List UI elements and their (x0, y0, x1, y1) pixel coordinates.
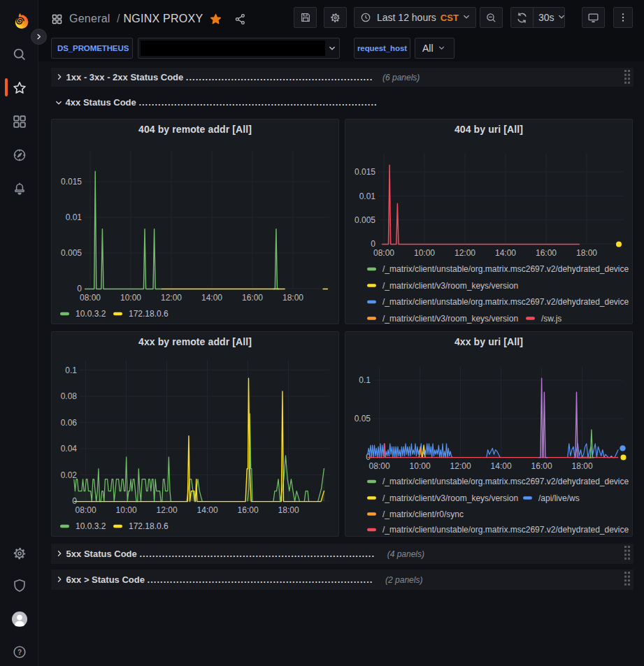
svg-text:08:00: 08:00 (373, 248, 394, 258)
svg-text:16:00: 16:00 (242, 293, 263, 303)
svg-text:12:00: 12:00 (450, 461, 471, 471)
svg-text:16:00: 16:00 (536, 248, 557, 258)
svg-text:/_matrix/client/unstable/org.m: /_matrix/client/unstable/org.matrix.msc2… (382, 477, 629, 486)
svg-text:/_matrix/client/v3/room_keys/v: /_matrix/client/v3/room_keys/version (382, 493, 518, 503)
svg-text:/sw.js: /sw.js (541, 314, 561, 324)
svg-text:/_matrix/client/unstable/org.m: /_matrix/client/unstable/org.matrix.msc2… (382, 297, 629, 307)
svg-text:08:00: 08:00 (369, 461, 390, 471)
svg-text:0.08: 0.08 (61, 391, 78, 401)
svg-text:0.015: 0.015 (355, 167, 375, 177)
svg-text:14:00: 14:00 (201, 293, 222, 303)
svg-text:?: ? (17, 649, 22, 656)
svg-text:0.01: 0.01 (359, 191, 376, 201)
svg-text:0.06: 0.06 (61, 418, 78, 428)
svg-text:18:00: 18:00 (576, 248, 597, 258)
svg-text:18:00: 18:00 (282, 293, 303, 303)
svg-text:08:00: 08:00 (76, 505, 96, 515)
svg-text:18:00: 18:00 (572, 461, 593, 471)
svg-text:10:00: 10:00 (414, 248, 435, 258)
svg-text:0.1: 0.1 (65, 365, 77, 375)
svg-text:0.01: 0.01 (66, 212, 83, 222)
svg-text:10.0.3.2: 10.0.3.2 (76, 309, 106, 319)
svg-text:/api/live/ws: /api/live/ws (538, 493, 580, 503)
svg-text:0.005: 0.005 (61, 248, 82, 258)
svg-text:0.015: 0.015 (61, 177, 82, 187)
svg-text:10:00: 10:00 (120, 293, 141, 303)
svg-text:18:00: 18:00 (278, 505, 299, 515)
svg-text:10:00: 10:00 (116, 505, 137, 515)
svg-text:16:00: 16:00 (531, 461, 552, 471)
svg-text:/_matrix/client/v3/room_keys/v: /_matrix/client/v3/room_keys/version (382, 314, 518, 324)
svg-text:14:00: 14:00 (495, 248, 516, 258)
svg-text:/_matrix/client/unstable/org.m: /_matrix/client/unstable/org.matrix.msc2… (382, 525, 629, 535)
svg-text:10.0.3.2: 10.0.3.2 (76, 521, 106, 531)
svg-text:14:00: 14:00 (197, 505, 218, 515)
svg-text:0.05: 0.05 (355, 414, 371, 424)
svg-text:172.18.0.6: 172.18.0.6 (129, 521, 169, 531)
svg-text:0.005: 0.005 (355, 215, 375, 225)
svg-text:172.18.0.6: 172.18.0.6 (129, 309, 169, 319)
svg-text:16:00: 16:00 (238, 505, 259, 515)
svg-text:/_matrix/client/v3/room_keys/v: /_matrix/client/v3/room_keys/version (382, 281, 518, 291)
svg-text:14:00: 14:00 (491, 461, 512, 471)
svg-text:0.04: 0.04 (61, 444, 78, 454)
svg-text:0.1: 0.1 (359, 375, 371, 385)
svg-text:10:00: 10:00 (410, 461, 431, 471)
svg-text:/_matrix/client/r0/sync: /_matrix/client/r0/sync (382, 509, 464, 519)
svg-text:12:00: 12:00 (161, 293, 182, 303)
svg-text:08:00: 08:00 (80, 293, 101, 303)
svg-text:/_matrix/client/unstable/org.m: /_matrix/client/unstable/org.matrix.msc2… (382, 264, 629, 274)
svg-text:12:00: 12:00 (455, 248, 475, 258)
svg-text:12:00: 12:00 (157, 505, 178, 515)
svg-text:0.02: 0.02 (61, 470, 78, 480)
